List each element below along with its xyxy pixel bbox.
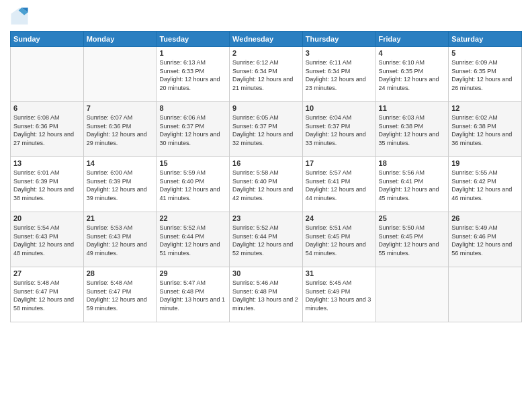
day-number: 6 bbox=[13, 104, 81, 112]
calendar-cell: 4Sunrise: 6:10 AM Sunset: 6:35 PM Daylig… bbox=[375, 47, 449, 102]
day-number: 30 bbox=[232, 269, 300, 277]
calendar-cell: 14Sunrise: 6:00 AM Sunset: 6:39 PM Dayli… bbox=[83, 157, 157, 212]
calendar-cell: 24Sunrise: 5:51 AM Sunset: 6:45 PM Dayli… bbox=[302, 212, 375, 267]
day-number: 5 bbox=[451, 49, 519, 57]
calendar-cell: 9Sunrise: 6:05 AM Sunset: 6:37 PM Daylig… bbox=[230, 102, 303, 157]
logo bbox=[10, 7, 32, 26]
calendar-week-4: 27Sunrise: 5:48 AM Sunset: 6:47 PM Dayli… bbox=[11, 267, 522, 322]
calendar-week-2: 13Sunrise: 6:01 AM Sunset: 6:39 PM Dayli… bbox=[11, 157, 522, 212]
calendar-cell: 26Sunrise: 5:49 AM Sunset: 6:46 PM Dayli… bbox=[449, 212, 522, 267]
day-number: 21 bbox=[87, 214, 154, 222]
calendar-cell: 29Sunrise: 5:47 AM Sunset: 6:48 PM Dayli… bbox=[157, 267, 230, 322]
day-info: Sunrise: 5:52 AM Sunset: 6:44 PM Dayligh… bbox=[232, 224, 300, 257]
day-info: Sunrise: 6:12 AM Sunset: 6:34 PM Dayligh… bbox=[232, 58, 300, 92]
day-info: Sunrise: 5:45 AM Sunset: 6:49 PM Dayligh… bbox=[306, 279, 373, 312]
day-info: Sunrise: 5:50 AM Sunset: 6:45 PM Dayligh… bbox=[379, 224, 446, 257]
day-number: 22 bbox=[159, 214, 226, 222]
calendar-cell: 20Sunrise: 5:54 AM Sunset: 6:43 PM Dayli… bbox=[11, 212, 84, 267]
calendar-cell: 8Sunrise: 6:06 AM Sunset: 6:37 PM Daylig… bbox=[157, 102, 230, 157]
calendar-header-wednesday: Wednesday bbox=[230, 32, 303, 47]
calendar-cell: 27Sunrise: 5:48 AM Sunset: 6:47 PM Dayli… bbox=[11, 267, 84, 322]
day-number: 24 bbox=[306, 214, 373, 222]
calendar-cell: 5Sunrise: 6:09 AM Sunset: 6:35 PM Daylig… bbox=[449, 47, 522, 102]
day-number: 23 bbox=[232, 214, 300, 222]
day-number: 19 bbox=[451, 159, 519, 167]
day-info: Sunrise: 6:09 AM Sunset: 6:35 PM Dayligh… bbox=[451, 58, 519, 92]
day-info: Sunrise: 5:55 AM Sunset: 6:42 PM Dayligh… bbox=[451, 169, 519, 202]
calendar-week-3: 20Sunrise: 5:54 AM Sunset: 6:43 PM Dayli… bbox=[11, 212, 522, 267]
day-info: Sunrise: 6:01 AM Sunset: 6:39 PM Dayligh… bbox=[13, 169, 81, 202]
calendar-header-monday: Monday bbox=[83, 32, 157, 47]
calendar-week-0: 1Sunrise: 6:13 AM Sunset: 6:33 PM Daylig… bbox=[11, 47, 522, 102]
day-number: 3 bbox=[306, 49, 373, 57]
page: SundayMondayTuesdayWednesdayThursdayFrid… bbox=[0, 0, 532, 411]
calendar-header-tuesday: Tuesday bbox=[157, 32, 230, 47]
day-info: Sunrise: 6:07 AM Sunset: 6:36 PM Dayligh… bbox=[87, 113, 154, 147]
day-info: Sunrise: 6:00 AM Sunset: 6:39 PM Dayligh… bbox=[87, 169, 154, 202]
day-number: 29 bbox=[159, 269, 226, 277]
day-number: 25 bbox=[379, 214, 446, 222]
day-info: Sunrise: 5:49 AM Sunset: 6:46 PM Dayligh… bbox=[451, 224, 519, 257]
calendar-week-1: 6Sunrise: 6:08 AM Sunset: 6:36 PM Daylig… bbox=[11, 102, 522, 157]
day-number: 27 bbox=[13, 269, 81, 277]
day-info: Sunrise: 5:54 AM Sunset: 6:43 PM Dayligh… bbox=[13, 224, 81, 257]
day-info: Sunrise: 6:04 AM Sunset: 6:37 PM Dayligh… bbox=[306, 113, 373, 147]
calendar-cell: 28Sunrise: 5:48 AM Sunset: 6:47 PM Dayli… bbox=[83, 267, 157, 322]
day-number: 4 bbox=[379, 49, 446, 57]
day-number: 28 bbox=[87, 269, 154, 277]
calendar-header-thursday: Thursday bbox=[302, 32, 375, 47]
day-info: Sunrise: 5:58 AM Sunset: 6:40 PM Dayligh… bbox=[232, 169, 300, 202]
day-number: 9 bbox=[232, 104, 300, 112]
calendar-cell bbox=[11, 47, 84, 102]
day-number: 12 bbox=[451, 104, 519, 112]
calendar-cell: 6Sunrise: 6:08 AM Sunset: 6:36 PM Daylig… bbox=[11, 102, 84, 157]
day-info: Sunrise: 5:51 AM Sunset: 6:45 PM Dayligh… bbox=[306, 224, 373, 257]
calendar-header-sunday: Sunday bbox=[11, 32, 84, 47]
day-info: Sunrise: 6:11 AM Sunset: 6:34 PM Dayligh… bbox=[306, 58, 373, 92]
day-number: 10 bbox=[306, 104, 373, 112]
calendar-cell: 10Sunrise: 6:04 AM Sunset: 6:37 PM Dayli… bbox=[302, 102, 375, 157]
calendar-cell: 21Sunrise: 5:53 AM Sunset: 6:43 PM Dayli… bbox=[83, 212, 157, 267]
day-number: 16 bbox=[232, 159, 300, 167]
day-number: 1 bbox=[159, 49, 226, 57]
day-info: Sunrise: 6:10 AM Sunset: 6:35 PM Dayligh… bbox=[379, 58, 446, 92]
calendar-cell: 3Sunrise: 6:11 AM Sunset: 6:34 PM Daylig… bbox=[302, 47, 375, 102]
day-number: 18 bbox=[379, 159, 446, 167]
calendar-cell: 18Sunrise: 5:56 AM Sunset: 6:41 PM Dayli… bbox=[375, 157, 449, 212]
calendar: SundayMondayTuesdayWednesdayThursdayFrid… bbox=[10, 31, 522, 322]
calendar-cell: 19Sunrise: 5:55 AM Sunset: 6:42 PM Dayli… bbox=[449, 157, 522, 212]
calendar-cell: 25Sunrise: 5:50 AM Sunset: 6:45 PM Dayli… bbox=[375, 212, 449, 267]
day-number: 11 bbox=[379, 104, 446, 112]
day-number: 8 bbox=[159, 104, 226, 112]
calendar-cell bbox=[449, 267, 522, 322]
calendar-cell: 7Sunrise: 6:07 AM Sunset: 6:36 PM Daylig… bbox=[83, 102, 157, 157]
day-info: Sunrise: 5:48 AM Sunset: 6:47 PM Dayligh… bbox=[87, 279, 154, 312]
day-info: Sunrise: 6:02 AM Sunset: 6:38 PM Dayligh… bbox=[451, 113, 519, 147]
calendar-cell bbox=[83, 47, 157, 102]
day-number: 31 bbox=[306, 269, 373, 277]
day-info: Sunrise: 6:03 AM Sunset: 6:38 PM Dayligh… bbox=[379, 113, 446, 147]
day-info: Sunrise: 6:06 AM Sunset: 6:37 PM Dayligh… bbox=[159, 113, 226, 147]
calendar-cell: 15Sunrise: 5:59 AM Sunset: 6:40 PM Dayli… bbox=[157, 157, 230, 212]
calendar-cell: 13Sunrise: 6:01 AM Sunset: 6:39 PM Dayli… bbox=[11, 157, 84, 212]
calendar-cell: 1Sunrise: 6:13 AM Sunset: 6:33 PM Daylig… bbox=[157, 47, 230, 102]
calendar-header-saturday: Saturday bbox=[449, 32, 522, 47]
calendar-cell: 11Sunrise: 6:03 AM Sunset: 6:38 PM Dayli… bbox=[375, 102, 449, 157]
day-info: Sunrise: 5:59 AM Sunset: 6:40 PM Dayligh… bbox=[159, 169, 226, 202]
day-info: Sunrise: 5:57 AM Sunset: 6:41 PM Dayligh… bbox=[306, 169, 373, 202]
header bbox=[10, 7, 522, 26]
day-number: 7 bbox=[87, 104, 154, 112]
calendar-cell: 17Sunrise: 5:57 AM Sunset: 6:41 PM Dayli… bbox=[302, 157, 375, 212]
calendar-cell: 16Sunrise: 5:58 AM Sunset: 6:40 PM Dayli… bbox=[230, 157, 303, 212]
day-info: Sunrise: 5:53 AM Sunset: 6:43 PM Dayligh… bbox=[87, 224, 154, 257]
day-info: Sunrise: 5:47 AM Sunset: 6:48 PM Dayligh… bbox=[159, 279, 226, 312]
day-info: Sunrise: 5:48 AM Sunset: 6:47 PM Dayligh… bbox=[13, 279, 81, 312]
day-info: Sunrise: 5:46 AM Sunset: 6:48 PM Dayligh… bbox=[232, 279, 300, 312]
day-number: 17 bbox=[306, 159, 373, 167]
day-number: 20 bbox=[13, 214, 81, 222]
calendar-header-friday: Friday bbox=[375, 32, 449, 47]
calendar-cell: 30Sunrise: 5:46 AM Sunset: 6:48 PM Dayli… bbox=[230, 267, 303, 322]
day-number: 15 bbox=[159, 159, 226, 167]
day-number: 2 bbox=[232, 49, 300, 57]
calendar-cell: 23Sunrise: 5:52 AM Sunset: 6:44 PM Dayli… bbox=[230, 212, 303, 267]
